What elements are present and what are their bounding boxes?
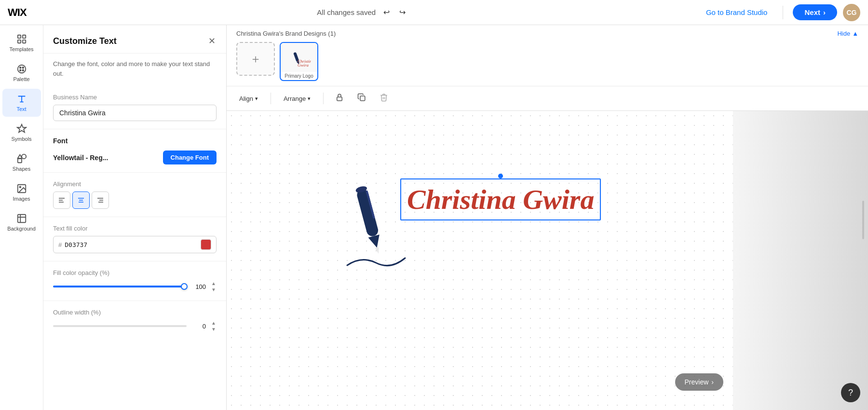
redo-button[interactable]: ↪ — [395, 5, 409, 20]
symbols-icon — [16, 123, 27, 134]
font-section: Font Yellowtail - Reg... Change Font — [43, 129, 226, 173]
opacity-slider-thumb[interactable] — [181, 283, 188, 290]
opacity-slider-track[interactable] — [53, 286, 187, 287]
change-font-button[interactable]: Change Font — [163, 150, 217, 164]
help-button[interactable]: ? — [841, 383, 860, 402]
alignment-row — [53, 191, 217, 209]
sidebar-item-templates[interactable]: Templates — [2, 29, 41, 57]
logo-grid: ＋ Christina Gwira P — [236, 42, 858, 81]
svg-rect-2 — [17, 40, 20, 43]
svg-point-4 — [17, 65, 26, 73]
sidebar-item-images[interactable]: Images — [2, 178, 41, 206]
text-icon — [16, 94, 27, 104]
outline-stepper: ▲ ▼ — [211, 320, 217, 332]
canvas-area: Christina Gwira's Brand Designs (1) Hide… — [227, 25, 868, 410]
arrange-toolbar-button[interactable]: Arrange ▾ — [279, 92, 315, 105]
icon-sidebar: Templates Palette Text Symbols Shap — [0, 25, 43, 410]
canvas-white-area — [227, 111, 733, 410]
arrange-chevron-icon: ▾ — [308, 96, 311, 102]
plus-icon: ＋ — [250, 51, 261, 67]
font-name-display: Yellowtail - Reg... — [53, 154, 158, 162]
business-name-input[interactable] — [53, 105, 217, 121]
outline-section: Outline width (%) 0 ▲ ▼ — [43, 301, 226, 340]
next-button[interactable]: Next › — [793, 4, 837, 20]
go-brand-studio-button[interactable]: Go to Brand Studio — [700, 5, 773, 19]
outline-increment-button[interactable]: ▲ — [211, 320, 217, 326]
sidebar-item-symbols-label: Symbols — [11, 136, 31, 142]
customize-panel: Customize Text ✕ Change the font, color … — [43, 25, 227, 410]
business-name-label: Business Name — [53, 94, 217, 101]
color-hash-symbol: # — [58, 241, 62, 248]
hide-button[interactable]: Hide ▲ — [837, 30, 858, 37]
topbar: WIX All changes saved ↩ ↪ Go to Brand St… — [0, 0, 868, 25]
opacity-decrement-button[interactable]: ▼ — [211, 287, 217, 293]
sidebar-item-shapes[interactable]: Shapes — [2, 149, 41, 177]
text-element-selected[interactable]: Christina Gwira — [400, 178, 601, 220]
opacity-value: 100 — [191, 283, 206, 290]
lock-icon — [335, 93, 344, 102]
selection-handle-top[interactable] — [498, 174, 503, 178]
panel-subtitle: Change the font, color and more to make … — [43, 54, 226, 86]
opacity-slider-row: 100 ▲ ▼ — [53, 280, 217, 293]
sidebar-item-shapes-label: Shapes — [13, 166, 30, 172]
outline-decrement-button[interactable]: ▼ — [211, 326, 217, 332]
sidebar-item-palette-label: Palette — [13, 76, 29, 82]
brand-top-row: Christina Gwira's Brand Designs (1) Hide… — [236, 30, 858, 37]
text-selection-box: Christina Gwira — [400, 178, 601, 220]
undo-button[interactable]: ↩ — [380, 5, 393, 20]
canvas-right-shadow — [733, 111, 868, 410]
color-input-wrapper[interactable]: # D03737 — [53, 236, 217, 253]
font-section-title: Font — [53, 137, 217, 145]
align-right-button[interactable] — [92, 191, 109, 209]
background-icon — [16, 213, 27, 224]
svg-rect-13 — [17, 215, 26, 223]
primary-logo-card[interactable]: Christina Gwira Primary Logo — [280, 42, 318, 81]
sidebar-item-symbols[interactable]: Symbols — [2, 119, 41, 147]
topbar-center: All changes saved ↩ ↪ — [317, 5, 409, 20]
opacity-stepper: ▲ ▼ — [211, 280, 217, 293]
svg-rect-9 — [17, 159, 21, 163]
align-center-button[interactable] — [72, 191, 90, 209]
color-row: # D03737 — [53, 236, 217, 253]
color-swatch[interactable] — [201, 239, 211, 250]
primary-logo-image: Christina Gwira — [280, 43, 318, 72]
svg-rect-27 — [337, 97, 342, 101]
panel-close-button[interactable]: ✕ — [207, 35, 217, 47]
outline-slider-track[interactable] — [53, 325, 187, 327]
align-center-icon — [77, 196, 85, 204]
logo-canvas[interactable]: Christina Gwira Preview › ? — [227, 111, 868, 410]
align-left-button[interactable] — [53, 191, 70, 209]
outline-slider-row: 0 ▲ ▼ — [53, 320, 217, 332]
arrange-group: Arrange ▾ — [279, 92, 315, 105]
color-hex-value: D03737 — [65, 241, 198, 248]
preview-button[interactable]: Preview › — [675, 373, 723, 391]
sidebar-item-palette[interactable]: Palette — [2, 59, 41, 87]
images-icon — [16, 183, 27, 194]
align-chevron-icon: ▾ — [255, 96, 258, 102]
duplicate-button[interactable] — [353, 90, 370, 107]
canvas-logo-text: Christina Gwira — [407, 183, 594, 216]
sidebar-item-text[interactable]: Text — [2, 89, 41, 117]
align-toolbar-button[interactable]: Align ▾ — [234, 92, 263, 105]
sidebar-item-background[interactable]: Background — [2, 208, 41, 236]
alignment-section: Alignment — [43, 173, 226, 217]
align-group: Align ▾ — [234, 92, 263, 105]
font-row: Yellowtail - Reg... Change Font — [53, 150, 217, 164]
business-name-section: Business Name — [43, 86, 226, 129]
opacity-increment-button[interactable]: ▲ — [211, 280, 217, 287]
svg-marker-31 — [368, 234, 383, 249]
toolbar-sep-2 — [323, 93, 324, 104]
user-avatar[interactable]: CG — [843, 4, 860, 21]
sidebar-item-images-label: Images — [13, 196, 30, 202]
svg-rect-0 — [17, 35, 20, 38]
undo-redo-group: ↩ ↪ — [380, 5, 409, 20]
opacity-label: Fill color opacity (%) — [53, 269, 217, 276]
preview-label: Preview — [685, 378, 709, 386]
lock-button[interactable] — [331, 90, 348, 107]
panel-header: Customize Text ✕ — [43, 25, 226, 54]
add-logo-card[interactable]: ＋ — [236, 42, 275, 76]
svg-point-8 — [22, 69, 24, 71]
next-arrow-icon: › — [823, 8, 826, 16]
delete-button[interactable] — [376, 90, 392, 107]
alignment-label: Alignment — [53, 180, 217, 188]
